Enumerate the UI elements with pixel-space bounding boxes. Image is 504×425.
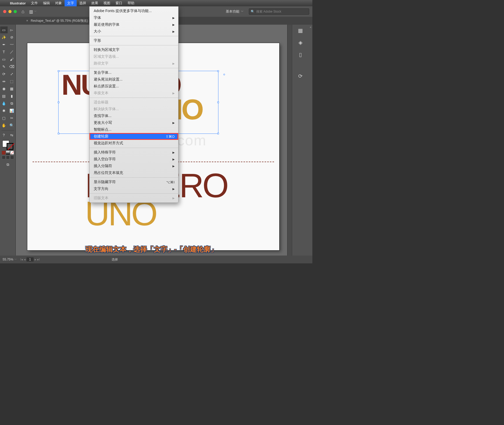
menu-type[interactable]: 文字: [65, 0, 77, 6]
draw-normal-icon[interactable]: [2, 156, 6, 159]
menu-edit[interactable]: 编辑: [40, 0, 52, 6]
graph-tool[interactable]: 📊: [8, 107, 15, 114]
direct-selection-tool[interactable]: ▻: [8, 26, 15, 33]
menu-item[interactable]: 字形: [90, 37, 178, 44]
submenu-arrow-icon: ▶: [172, 92, 175, 95]
rectangle-tool[interactable]: ▭: [0, 56, 8, 63]
page-number[interactable]: 1: [27, 257, 34, 262]
close-window-button[interactable]: [3, 10, 6, 13]
symbol-sprayer-tool[interactable]: ✱: [0, 107, 8, 114]
mesh-tool[interactable]: ▤: [0, 93, 8, 99]
pen-tool[interactable]: ✒: [0, 41, 8, 48]
prev-page-icon[interactable]: ◂: [24, 258, 25, 261]
search-placeholder: 搜索 Adobe Stock: [256, 9, 281, 14]
hand-tool[interactable]: ✋: [0, 122, 8, 129]
menu-view[interactable]: 视图: [101, 0, 113, 6]
zoom-tool[interactable]: 🔍: [8, 122, 15, 129]
stroke-swatch[interactable]: [7, 143, 13, 150]
menu-file[interactable]: 文件: [28, 0, 40, 6]
menu-item[interactable]: 用占位符文本填充: [90, 169, 178, 176]
menu-item[interactable]: 标点挤压设置...: [90, 83, 178, 90]
first-page-icon[interactable]: I◂: [20, 258, 23, 261]
menu-item[interactable]: 复合字体...: [90, 69, 178, 76]
menu-item[interactable]: 创建轮廓⇧⌘O: [90, 133, 178, 140]
menu-window[interactable]: 窗口: [113, 0, 125, 6]
expand-panels-icon[interactable]: «: [309, 25, 312, 256]
rotate-tool[interactable]: ⟳: [0, 71, 8, 77]
status-bar: 55.75% ﹀ I◂ ◂ 1 ▸ ▸I 选择: [0, 256, 312, 263]
menu-item-label: 插入分隔符: [94, 164, 112, 168]
menu-item[interactable]: 插入空白字符▶: [90, 156, 178, 163]
app-name[interactable]: Illustrator: [7, 1, 28, 5]
unknown-tool[interactable]: ?: [0, 132, 8, 139]
gradient-tool[interactable]: ▮: [8, 93, 15, 99]
rotate-handle[interactable]: [223, 74, 225, 75]
paintbrush-tool[interactable]: 🖌: [8, 56, 15, 63]
minimize-window-button[interactable]: [8, 10, 12, 13]
eraser-tool[interactable]: ⌫: [8, 63, 15, 70]
search-input[interactable]: 🔍 搜索 Adobe Stock: [249, 8, 309, 15]
zoom-control[interactable]: 55.75% ﹀: [3, 258, 17, 261]
menu-item[interactable]: 最近使用的字体▶: [90, 21, 178, 28]
scale-tool[interactable]: ⤢: [8, 71, 15, 77]
shape-builder-tool[interactable]: ◉: [0, 85, 8, 92]
solid-color-icon[interactable]: [2, 151, 6, 155]
menu-item[interactable]: 插入特殊字符▶: [90, 149, 178, 156]
width-tool[interactable]: ⇔: [0, 78, 8, 85]
workspace-switcher[interactable]: 基本功能 ﹀: [226, 9, 244, 14]
menu-help[interactable]: 帮助: [125, 0, 137, 6]
none-color-icon[interactable]: [10, 151, 14, 155]
menu-item[interactable]: 文字方向▶: [90, 185, 178, 192]
artboard-navigator[interactable]: I◂ ◂ 1 ▸ ▸I: [20, 257, 40, 262]
curvature-tool[interactable]: 〰: [8, 41, 15, 48]
status-selection-label: 选择: [112, 257, 118, 262]
menu-item[interactable]: 更改大小写▶: [90, 119, 178, 126]
slice-tool[interactable]: ✂: [8, 115, 15, 121]
menu-item-label: 适合标题: [94, 100, 108, 105]
toggle-fill-stroke[interactable]: ⇆: [8, 132, 15, 139]
maximize-window-button[interactable]: [14, 10, 17, 13]
menu-item[interactable]: Adobe Fonts 提供更多字体与功能...: [90, 8, 178, 14]
menu-select[interactable]: 选择: [77, 0, 89, 6]
menu-item[interactable]: 智能标点...: [90, 126, 178, 133]
refresh-panel-icon[interactable]: ⟳: [298, 73, 303, 79]
menu-item[interactable]: 查找字体...: [90, 113, 178, 119]
menu-effect[interactable]: 效果: [89, 0, 101, 6]
magic-wand-tool[interactable]: ✨: [0, 34, 8, 41]
tab-close-icon[interactable]: ×: [26, 19, 28, 23]
menu-item[interactable]: 显示隐藏字符⌥⌘I: [90, 179, 178, 185]
libraries-panel-icon[interactable]: ▯: [299, 51, 302, 58]
perspective-tool[interactable]: ▦: [8, 85, 15, 92]
draw-behind-icon[interactable]: [6, 156, 10, 159]
toolbox: ▭▻ ✨⊘ ✒〰 T／ ▭🖌 ✎⌫ ⟳⤢ ⇔⬚ ◉▦ ▤▮ 💧⧉ ✱📊 ▢✂ ✋…: [0, 25, 16, 256]
fill-stroke-swatches[interactable]: [2, 140, 13, 150]
blend-tool[interactable]: ⧉: [8, 100, 15, 107]
artboard-tool[interactable]: ▢: [0, 115, 8, 121]
menu-item[interactable]: 插入分隔符▶: [90, 163, 178, 169]
selection-tool[interactable]: ▭: [0, 26, 8, 33]
next-page-icon[interactable]: ▸: [35, 258, 36, 261]
arrange-documents-icon[interactable]: ▥: [29, 9, 33, 14]
menu-object[interactable]: 对象: [52, 0, 65, 6]
properties-panel-icon[interactable]: ▦: [298, 27, 303, 34]
line-tool[interactable]: ／: [8, 49, 15, 55]
menu-item[interactable]: 字体▶: [90, 14, 178, 21]
layers-panel-icon[interactable]: ◈: [298, 39, 302, 46]
dock-drag-strip[interactable]: [287, 25, 292, 256]
menu-item[interactable]: 视觉边距对齐方式: [90, 140, 178, 147]
home-icon[interactable]: ⌂: [22, 9, 24, 14]
free-transform-tool[interactable]: ⬚: [8, 78, 15, 85]
type-tool[interactable]: T: [0, 49, 8, 55]
screen-mode-tool[interactable]: ⧉: [4, 161, 12, 168]
draw-inside-icon[interactable]: [10, 156, 14, 159]
arrange-dropdown-icon[interactable]: ﹀: [34, 10, 37, 13]
document-tab-title[interactable]: Reshape_Text.ai* @ 55.75% (RGB/预览): [31, 19, 88, 23]
menu-item[interactable]: 避头尾法则设置...: [90, 76, 178, 83]
last-page-icon[interactable]: ▸I: [37, 258, 40, 261]
menu-item[interactable]: 转换为区域文字: [90, 46, 178, 53]
shaper-tool[interactable]: ✎: [0, 63, 8, 70]
lasso-tool[interactable]: ⊘: [8, 34, 15, 41]
eyedropper-tool[interactable]: 💧: [0, 100, 8, 107]
gradient-icon[interactable]: [6, 151, 10, 155]
menu-item[interactable]: 大小▶: [90, 28, 178, 35]
